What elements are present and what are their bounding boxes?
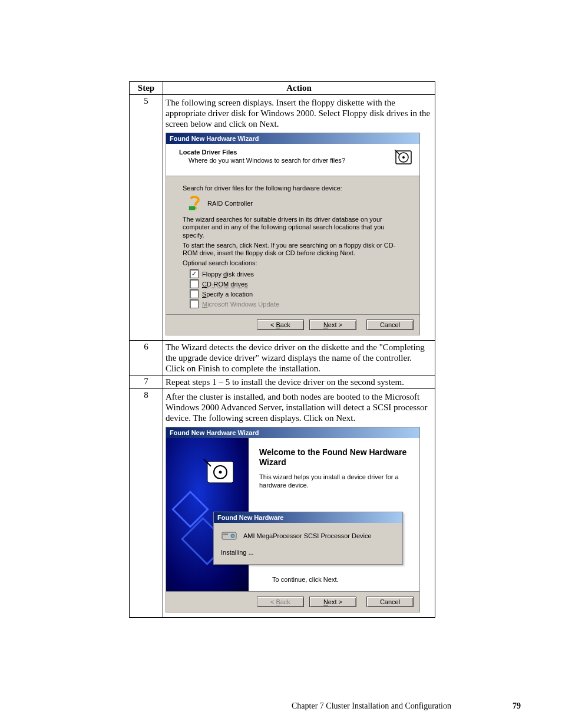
- table-row: 6 The Wizard detects the device driver o…: [130, 341, 435, 375]
- action-cell: After the cluster is installed, and both…: [163, 389, 435, 618]
- welcome-wizard-dialog: Found New Hardware Wizard: [166, 427, 420, 612]
- wizard-content: Search for driver files for the followin…: [166, 176, 419, 314]
- wizard-title-bar: Found New Hardware Wizard: [166, 427, 419, 438]
- popup-installing-text: Installing ...: [221, 549, 395, 556]
- checkbox-label: Floppy disk drives: [202, 271, 254, 278]
- checkbox-icon: [190, 279, 199, 288]
- scsi-device-icon: [221, 529, 237, 543]
- locate-driver-wizard-dialog: Found New Hardware Wizard Locate Driver …: [166, 133, 420, 335]
- optional-locations-label: Optional search locations:: [183, 259, 403, 267]
- popup-device-name: AMI MegaProcessor SCSI Processor Device: [243, 532, 372, 539]
- step-number: 5: [130, 95, 163, 341]
- svg-point-12: [231, 534, 234, 538]
- action-text: The Wizard detects the device driver on …: [163, 341, 435, 375]
- wizard-para-1: The wizard searches for suitable drivers…: [183, 216, 403, 239]
- question-device-icon: [187, 196, 203, 211]
- popup-body: AMI MegaProcessor SCSI Processor Device …: [214, 523, 402, 564]
- table-row: 8 After the cluster is installed, and bo…: [130, 389, 435, 618]
- device-row: RAID Controller: [187, 196, 403, 211]
- continue-text: To continue, click Next.: [272, 576, 339, 583]
- checkbox-floppy-disk[interactable]: Floppy disk drives: [190, 269, 403, 278]
- cancel-button[interactable]: Cancel: [366, 597, 414, 607]
- svg-rect-8: [173, 492, 207, 527]
- checkbox-label: Specify a location: [202, 291, 253, 298]
- checkbox-cdrom[interactable]: CD-ROM drives: [190, 279, 403, 288]
- footer-chapter-text: Chapter 7 Cluster Installation and Confi…: [292, 701, 451, 711]
- action-text: After the cluster is installed, and both…: [166, 390, 432, 424]
- wizard-header-title: Locate Driver Files: [179, 149, 414, 156]
- wizard-button-row: < Back Next > Cancel: [166, 314, 419, 335]
- svg-rect-4: [189, 206, 195, 210]
- checkbox-icon: [190, 299, 199, 308]
- col-header-action: Action: [163, 82, 435, 95]
- search-instruction: Search for driver files for the followin…: [183, 185, 403, 192]
- step-number: 6: [130, 341, 163, 375]
- checkbox-icon: [190, 269, 199, 278]
- cancel-button[interactable]: Cancel: [366, 319, 414, 330]
- wizard-body: Locate Driver Files Where do you want Wi…: [166, 144, 419, 335]
- next-button[interactable]: Next >: [309, 597, 356, 607]
- svg-point-2: [402, 156, 405, 159]
- wizard-button-row: < Back Next > Cancel: [166, 591, 419, 612]
- step-number: 8: [130, 389, 163, 618]
- device-name: RAID Controller: [207, 200, 253, 207]
- driver-cd-icon: [394, 147, 414, 167]
- popup-device-row: AMI MegaProcessor SCSI Processor Device: [221, 529, 395, 543]
- table-row: 7 Repeat steps 1 – 5 to install the devi…: [130, 375, 435, 389]
- checkbox-specify-location[interactable]: Specify a location: [190, 289, 403, 298]
- next-button[interactable]: Next >: [309, 319, 356, 330]
- document-page: Step Action 5 The following screen displ…: [129, 81, 435, 618]
- action-text: The following screen displays. Insert th…: [166, 96, 432, 130]
- welcome-text: This wizard helps you install a device d…: [259, 473, 410, 490]
- wizard-header-subtitle: Where do you want Windows to search for …: [179, 156, 414, 164]
- svg-rect-11: [223, 533, 228, 535]
- svg-point-7: [219, 471, 222, 474]
- steps-table: Step Action 5 The following screen displ…: [129, 81, 435, 618]
- welcome-title: Welcome to the Found New Hardware Wizard: [259, 447, 410, 467]
- table-row: 5 The following screen displays. Insert …: [130, 95, 435, 341]
- checkbox-icon: [190, 289, 199, 298]
- wizard-body: Welcome to the Found New Hardware Wizard…: [166, 438, 419, 591]
- back-button: < Back: [257, 597, 304, 607]
- step-number: 7: [130, 375, 163, 389]
- back-button[interactable]: < Back: [257, 319, 304, 330]
- footer-page-number: 79: [513, 701, 521, 711]
- checkbox-label: Microsoft Windows Update: [202, 301, 279, 308]
- wizard-header: Locate Driver Files Where do you want Wi…: [166, 144, 419, 176]
- found-new-hardware-popup: Found New Hardware AMI MegaProcessor SCS…: [213, 512, 403, 565]
- wizard-title-bar: Found New Hardware Wizard: [166, 133, 419, 144]
- action-text: Repeat steps 1 – 5 to install the device…: [163, 375, 435, 389]
- checkbox-label: CD-ROM drives: [202, 281, 248, 288]
- action-cell: The following screen displays. Insert th…: [163, 95, 435, 341]
- popup-title-bar: Found New Hardware: [214, 512, 402, 523]
- col-header-step: Step: [130, 82, 163, 95]
- checkbox-windows-update: Microsoft Windows Update: [190, 299, 403, 308]
- wizard-para-2: To start the search, click Next. If you …: [183, 242, 403, 257]
